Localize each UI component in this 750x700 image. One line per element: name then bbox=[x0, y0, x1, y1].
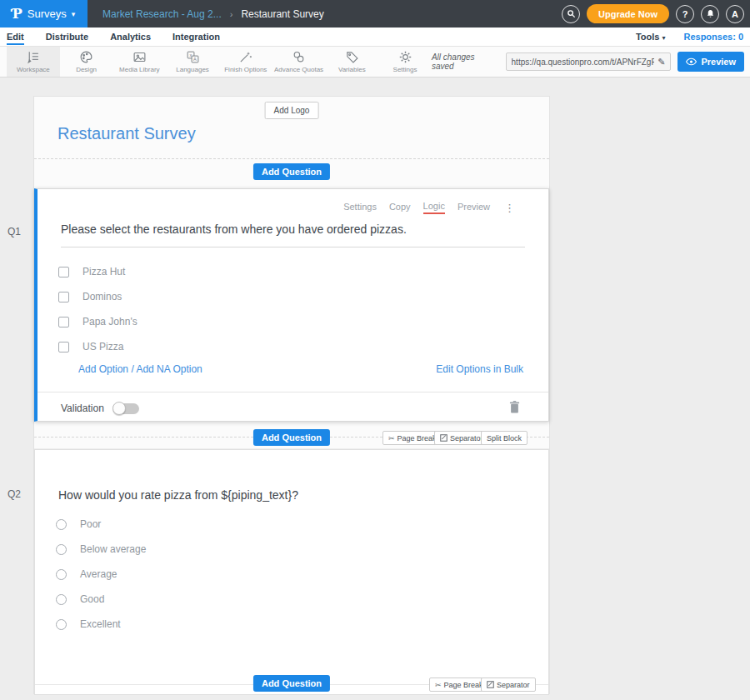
toolbar-item-label: Settings bbox=[393, 66, 418, 73]
validation-toggle[interactable] bbox=[114, 403, 139, 414]
kebab-menu-icon[interactable]: ⋮ bbox=[504, 202, 515, 213]
toolbar-item-finish-options[interactable]: Finish Options bbox=[219, 47, 272, 77]
option-label[interactable]: Poor bbox=[80, 518, 101, 530]
breadcrumb: Market Research - Aug 2... › Restaurant … bbox=[102, 8, 324, 20]
palette-icon bbox=[79, 50, 93, 64]
option-row: Poor bbox=[35, 512, 548, 537]
survey-workspace: Q1 Q2 Add Logo Restaurant Survey Add Que… bbox=[0, 78, 750, 700]
question-actions: Settings Copy Logic Preview ⋮ bbox=[343, 201, 515, 214]
split-block-button[interactable]: Split Block bbox=[481, 431, 528, 445]
tab-integration[interactable]: Integration bbox=[172, 29, 220, 45]
checkbox-icon[interactable] bbox=[58, 342, 69, 352]
edit-options-in-bulk-link[interactable]: Edit Options in Bulk bbox=[436, 363, 523, 375]
questionpro-logo-icon: Ƥ bbox=[12, 6, 22, 22]
question-card-q2[interactable]: How would you rate pizza from ${piping_t… bbox=[34, 449, 549, 695]
option-label[interactable]: Excellent bbox=[80, 618, 121, 630]
tab-distribute[interactable]: Distribute bbox=[46, 29, 88, 45]
link-slash: / bbox=[131, 363, 133, 375]
option-row: Dominos bbox=[38, 284, 548, 309]
survey-header: Add Logo Restaurant Survey bbox=[34, 97, 549, 159]
search-icon bbox=[567, 9, 576, 18]
top-bar: Ƥ Surveys ▾ Market Research - Aug 2... ›… bbox=[0, 0, 750, 28]
edit-toolbar: Workspace Design Media Library Ax Langua… bbox=[0, 47, 750, 78]
radio-icon[interactable] bbox=[56, 619, 67, 630]
nav-right: Tools ▾ Responses: 0 bbox=[636, 32, 743, 42]
topbar-actions: Upgrade Now ? A bbox=[562, 4, 750, 23]
option-label[interactable]: Average bbox=[80, 568, 117, 580]
breadcrumb-current: Restaurant Survey bbox=[241, 8, 323, 20]
question-copy-action[interactable]: Copy bbox=[389, 202, 411, 213]
responses-count[interactable]: Responses: 0 bbox=[683, 32, 743, 42]
checkbox-icon[interactable] bbox=[58, 267, 69, 278]
help-button[interactable]: ? bbox=[676, 5, 694, 23]
option-label[interactable]: Below average bbox=[80, 543, 146, 555]
question-card-q1[interactable]: Settings Copy Logic Preview ⋮ Please sel… bbox=[34, 188, 549, 422]
search-button[interactable] bbox=[562, 5, 580, 23]
checkbox-icon[interactable] bbox=[58, 317, 69, 328]
tab-edit[interactable]: Edit bbox=[7, 29, 24, 45]
toolbar-item-advance-quotas[interactable]: Advance Quotas bbox=[272, 47, 326, 77]
option-label[interactable]: US Pizza bbox=[82, 341, 123, 352]
notifications-button[interactable] bbox=[701, 5, 719, 23]
option-row: Pizza Hut bbox=[38, 259, 548, 284]
gear-icon bbox=[398, 50, 412, 64]
add-option-link[interactable]: Add Option bbox=[78, 363, 128, 375]
survey-canvas: Add Logo Restaurant Survey Add Question … bbox=[33, 96, 550, 694]
survey-title[interactable]: Restaurant Survey bbox=[58, 124, 196, 143]
workspace-icon bbox=[26, 50, 40, 64]
survey-url-box: ✎ bbox=[506, 52, 672, 71]
question-code-q1: Q1 bbox=[8, 226, 21, 238]
product-switcher[interactable]: Ƥ Surveys ▾ bbox=[0, 0, 88, 28]
svg-text:A: A bbox=[193, 57, 197, 62]
checkbox-icon[interactable] bbox=[58, 292, 69, 302]
magic-wand-icon bbox=[238, 50, 252, 64]
toolbar-item-languages[interactable]: Ax Languages bbox=[166, 47, 219, 77]
radio-icon[interactable] bbox=[56, 594, 67, 605]
radio-icon[interactable] bbox=[56, 519, 67, 530]
survey-nav: Edit Distribute Analytics Integration To… bbox=[0, 28, 750, 47]
preview-button[interactable]: Preview bbox=[678, 52, 744, 72]
validation-label: Validation bbox=[61, 402, 104, 414]
radio-icon[interactable] bbox=[56, 569, 67, 580]
translate-icon: Ax bbox=[186, 50, 200, 64]
toolbar-item-label: Variables bbox=[338, 66, 366, 73]
avatar[interactable]: A bbox=[726, 5, 744, 23]
toolbar-item-media-library[interactable]: Media Library bbox=[112, 47, 166, 77]
toolbar-item-settings[interactable]: Settings bbox=[378, 47, 432, 77]
option-links-row: Add Option / Add NA Option Edit Options … bbox=[78, 363, 523, 375]
upgrade-now-button[interactable]: Upgrade Now bbox=[587, 4, 669, 23]
page-break-button[interactable]: ✂ Page Break bbox=[429, 678, 489, 692]
toolbar-item-design[interactable]: Design bbox=[60, 47, 113, 77]
toolbar-item-variables[interactable]: Variables bbox=[325, 47, 378, 77]
add-logo-button[interactable]: Add Logo bbox=[265, 102, 319, 119]
option-label[interactable]: Papa John's bbox=[82, 316, 138, 328]
add-question-button[interactable]: Add Question bbox=[253, 429, 330, 446]
page-break-button[interactable]: ✂ Page Break bbox=[382, 431, 442, 445]
tab-analytics[interactable]: Analytics bbox=[110, 29, 151, 45]
survey-url-input[interactable] bbox=[512, 58, 655, 67]
separator-button[interactable]: Separator bbox=[481, 678, 536, 692]
add-question-button[interactable]: Add Question bbox=[253, 675, 330, 692]
toolbar-item-label: Workspace bbox=[17, 66, 50, 73]
save-status: All changes saved bbox=[432, 52, 499, 71]
question-logic-action[interactable]: Logic bbox=[423, 201, 445, 214]
breadcrumb-folder[interactable]: Market Research - Aug 2... bbox=[102, 8, 222, 20]
question-preview-action[interactable]: Preview bbox=[458, 202, 490, 213]
radio-icon[interactable] bbox=[56, 544, 67, 555]
question-text[interactable]: Please select the restaurants from where… bbox=[61, 222, 525, 248]
option-label[interactable]: Pizza Hut bbox=[82, 266, 125, 278]
tools-dropdown[interactable]: Tools ▾ bbox=[636, 32, 666, 42]
add-question-row-bottom: Add Question ✂ Page Break Separator bbox=[35, 675, 548, 696]
question-settings-action[interactable]: Settings bbox=[343, 202, 377, 213]
option-label[interactable]: Dominos bbox=[82, 291, 122, 302]
add-question-button[interactable]: Add Question bbox=[253, 163, 330, 180]
toolbar-item-workspace[interactable]: Workspace bbox=[7, 47, 60, 77]
add-na-option-link[interactable]: Add NA Option bbox=[136, 363, 202, 375]
delete-question-button[interactable] bbox=[509, 401, 520, 417]
edit-url-pencil-icon[interactable]: ✎ bbox=[658, 57, 665, 68]
option-row: Excellent bbox=[35, 612, 548, 637]
question-text[interactable]: How would you rate pizza from ${piping_t… bbox=[58, 488, 525, 502]
nav-tabs: Edit Distribute Analytics Integration bbox=[7, 29, 220, 45]
option-label[interactable]: Good bbox=[80, 593, 104, 605]
option-row: US Pizza bbox=[38, 334, 548, 359]
